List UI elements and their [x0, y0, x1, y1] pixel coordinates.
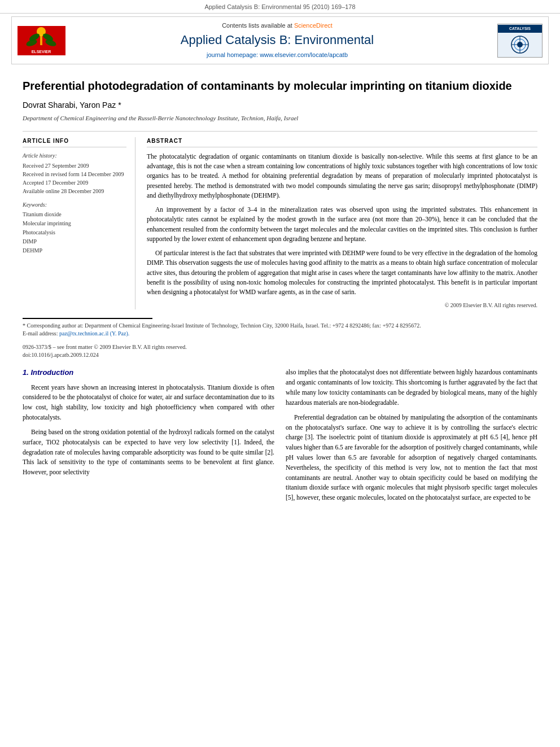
journal-ref-text: Applied Catalysis B: Environmental 95 (2… — [204, 3, 355, 10]
contents-line: Contents lists available at ScienceDirec… — [65, 21, 489, 30]
right-para-1: also implies that the photocatalyst does… — [286, 368, 537, 408]
journal-reference-line: Applied Catalysis B: Environmental 95 (2… — [0, 0, 560, 14]
abstract-label: Abstract — [147, 137, 537, 147]
intro-heading: 1. Introduction — [23, 368, 274, 378]
corresponding-author-note: * Corresponding author at: Department of… — [23, 322, 537, 338]
intro-para-1: Recent years have shown an increasing in… — [23, 383, 274, 423]
authors: Dovrat Sharabi, Yaron Paz * — [23, 100, 537, 111]
right-para-2: Preferential degradation can be obtained… — [286, 413, 537, 503]
available-date: Available online 28 December 2009 — [23, 187, 126, 195]
body-left-column: 1. Introduction Recent years have shown … — [23, 368, 274, 508]
right-body-text: also implies that the photocatalyst does… — [286, 368, 537, 503]
article-content: Preferential photodegradation of contami… — [0, 64, 560, 519]
abstract-paragraph-3: Of particular interest is the fact that … — [147, 248, 537, 297]
abstract-paragraph-1: The photocatalytic degradation of organi… — [147, 152, 537, 200]
email-address: paz@tx.technion.ac.il (Y. Paz). — [59, 330, 129, 337]
intro-body-text: Recent years have shown an increasing in… — [23, 383, 274, 478]
keyword-3: Photocatalysis — [23, 228, 126, 237]
article-info-abstract-section: Article Info Article history: Received 2… — [23, 137, 537, 310]
issn-text: 0926-3373/$ – see front matter © 2009 El… — [23, 343, 537, 351]
article-info-column: Article Info Article history: Received 2… — [23, 137, 135, 310]
authors-text: Dovrat Sharabi, Yaron Paz * — [23, 101, 121, 110]
revised-date: Received in revised form 14 December 200… — [23, 170, 126, 178]
journal-header-banner: ELSEVIER Contents lists available at Sci… — [11, 16, 549, 64]
catalysis-logo-area: CATALYSIS — [497, 24, 542, 58]
page-wrapper: Applied Catalysis B: Environmental 95 (2… — [0, 0, 560, 747]
keyword-1: Titanium dioxide — [23, 210, 126, 219]
doi-text: doi:10.1016/j.apcatb.2009.12.024 — [23, 351, 537, 359]
keyword-4: DIMP — [23, 237, 126, 246]
bottom-divider — [23, 318, 152, 319]
affiliation: Department of Chemical Engineering and t… — [23, 114, 537, 123]
doi-section: 0926-3373/$ – see front matter © 2009 El… — [23, 343, 537, 359]
body-right-column: also implies that the photocatalyst does… — [286, 368, 537, 508]
abstract-text: The photocatalytic degradation of organi… — [147, 152, 537, 298]
catalysis-logo-header: CATALYSIS — [498, 25, 542, 33]
article-title: Preferential photodegradation of contami… — [23, 78, 537, 93]
elsevier-logo-area: ELSEVIER — [18, 26, 65, 55]
received-date: Received 27 September 2009 — [23, 161, 126, 170]
accepted-date: Accepted 17 December 2009 — [23, 178, 126, 187]
abstract-section: Abstract The photocatalytic degradation … — [147, 137, 537, 310]
sciencedirect-link[interactable]: ScienceDirect — [294, 22, 333, 29]
journal-title-area: Contents lists available at ScienceDirec… — [65, 21, 489, 59]
catalysis-logo-icon — [500, 33, 540, 56]
divider-line-1 — [23, 131, 537, 132]
elsevier-tree-icon: ELSEVIER — [18, 26, 65, 55]
intro-title: Introduction — [30, 368, 73, 377]
article-history-label: Article history: — [23, 152, 126, 160]
article-body: 1. Introduction Recent years have shown … — [23, 368, 537, 508]
journal-name: Applied Catalysis B: Environmental — [65, 32, 489, 49]
email-label: E-mail address: — [23, 330, 58, 337]
keyword-2: Molecular imprinting — [23, 219, 126, 228]
copyright-line: © 2009 Elsevier B.V. All rights reserved… — [147, 302, 537, 309]
svg-text:ELSEVIER: ELSEVIER — [32, 50, 51, 54]
intro-para-2: Being based on the strong oxidation pote… — [23, 427, 274, 478]
keyword-5: DEHMP — [23, 246, 126, 255]
intro-number: 1. — [23, 368, 29, 377]
abstract-paragraph-2: An improvement by a factor of 3–4 in the… — [147, 205, 537, 244]
article-info-label: Article Info — [23, 137, 126, 147]
journal-homepage: journal homepage: www.elsevier.com/locat… — [65, 51, 489, 59]
svg-rect-2 — [40, 35, 42, 45]
footnote-area: * Corresponding author at: Department of… — [23, 318, 537, 359]
corresponding-author-text: * Corresponding author at: Department of… — [23, 322, 421, 329]
keywords-label: Keywords: — [23, 201, 126, 209]
